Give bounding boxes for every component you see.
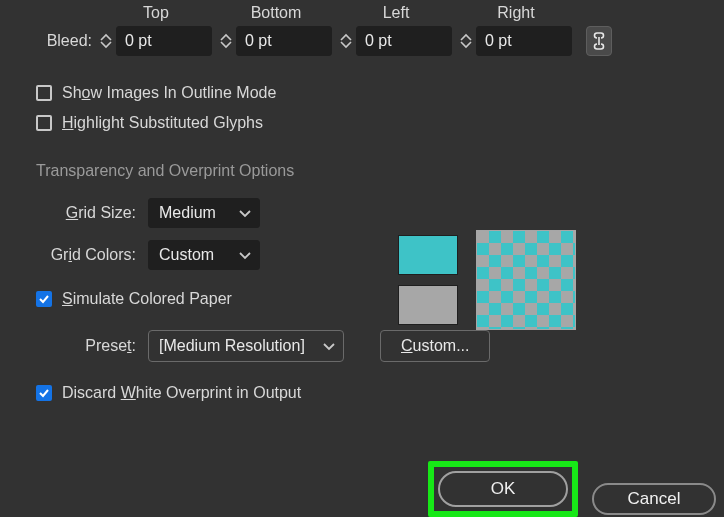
dialog-footer: OK Cancel bbox=[428, 461, 724, 517]
simulate-colored-paper-label: Simulate Colored Paper bbox=[62, 290, 232, 308]
grid-size-value: Medium bbox=[159, 204, 216, 222]
bleed-bottom-input[interactable] bbox=[236, 26, 332, 56]
bleed-bottom-group: Bottom bbox=[220, 4, 332, 56]
link-bleed-icon[interactable] bbox=[586, 26, 612, 56]
preset-select[interactable]: [Medium Resolution] bbox=[148, 330, 344, 362]
preset-row: Preset: [Medium Resolution] Custom... bbox=[0, 314, 724, 368]
discard-white-overprint-checkbox[interactable] bbox=[36, 385, 52, 401]
ok-highlight: OK bbox=[428, 461, 578, 517]
show-images-outline-checkbox[interactable] bbox=[36, 85, 52, 101]
checker-preview bbox=[476, 230, 576, 330]
transparency-section-title: Transparency and Overprint Options bbox=[0, 138, 724, 192]
bleed-top-group: Top bbox=[100, 4, 212, 56]
highlight-sub-glyphs-label: Highlight Substituted Glyphs bbox=[62, 114, 263, 132]
discard-white-overprint-label: Discard White Overprint in Output bbox=[62, 384, 301, 402]
preset-value: [Medium Resolution] bbox=[159, 337, 305, 355]
grid-colors-select[interactable]: Custom bbox=[148, 240, 260, 270]
bleed-right-group: Right bbox=[460, 4, 572, 56]
bleed-left-group: Left bbox=[340, 4, 452, 56]
bleed-left-input[interactable] bbox=[356, 26, 452, 56]
bleed-top-stepper[interactable] bbox=[100, 33, 112, 49]
grid-size-select[interactable]: Medium bbox=[148, 198, 260, 228]
chevron-down-icon bbox=[239, 246, 251, 264]
simulate-colored-paper-checkbox[interactable] bbox=[36, 291, 52, 307]
discard-white-overprint-row[interactable]: Discard White Overprint in Output bbox=[0, 368, 724, 408]
show-images-outline-label: Show Images In Outline Mode bbox=[62, 84, 276, 102]
ok-button[interactable]: OK bbox=[438, 471, 568, 507]
preset-label: Preset: bbox=[36, 337, 136, 355]
bleed-label: Bleed: bbox=[36, 32, 92, 56]
show-images-outline-row[interactable]: Show Images In Outline Mode bbox=[0, 78, 724, 108]
custom-button[interactable]: Custom... bbox=[380, 330, 490, 362]
swatch-secondary[interactable] bbox=[398, 285, 458, 325]
grid-colors-label: Grid Colors: bbox=[36, 246, 136, 264]
grid-colors-value: Custom bbox=[159, 246, 214, 264]
bleed-bottom-label: Bottom bbox=[251, 4, 302, 22]
grid-size-label: Grid Size: bbox=[36, 204, 136, 222]
chevron-down-icon bbox=[323, 337, 335, 355]
grid-size-row: Grid Size: Medium bbox=[0, 192, 724, 234]
bleed-right-label: Right bbox=[497, 4, 534, 22]
transparency-preview bbox=[398, 230, 576, 330]
cancel-button[interactable]: Cancel bbox=[592, 483, 716, 515]
simulate-colored-paper-row[interactable]: Simulate Colored Paper bbox=[0, 276, 724, 314]
grid-colors-row: Grid Colors: Custom bbox=[0, 234, 724, 276]
swatch-primary[interactable] bbox=[398, 235, 458, 275]
bleed-top-input[interactable] bbox=[116, 26, 212, 56]
bleed-right-stepper[interactable] bbox=[460, 33, 472, 49]
highlight-sub-glyphs-checkbox[interactable] bbox=[36, 115, 52, 131]
bleed-left-label: Left bbox=[383, 4, 410, 22]
bleed-top-label: Top bbox=[143, 4, 169, 22]
highlight-sub-glyphs-row[interactable]: Highlight Substituted Glyphs bbox=[0, 108, 724, 138]
bleed-row: Bleed: Top Bottom Left bbox=[0, 0, 724, 56]
bleed-right-input[interactable] bbox=[476, 26, 572, 56]
chevron-down-icon bbox=[239, 204, 251, 222]
bleed-left-stepper[interactable] bbox=[340, 33, 352, 49]
bleed-bottom-stepper[interactable] bbox=[220, 33, 232, 49]
